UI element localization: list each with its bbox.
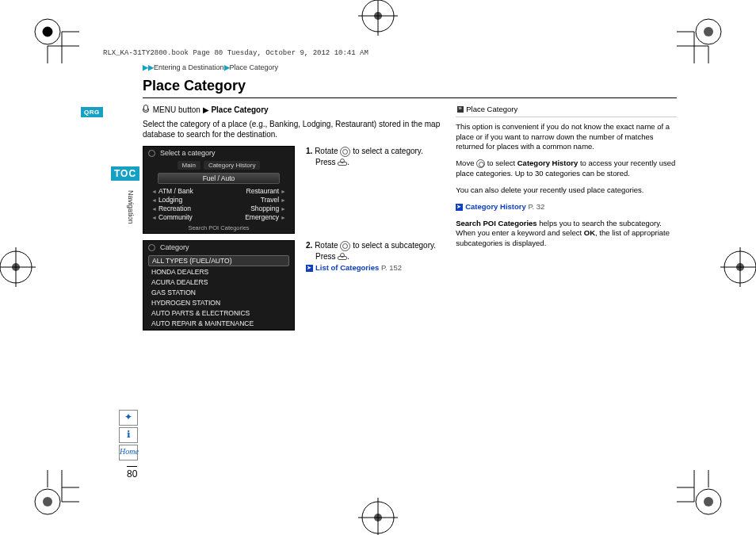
page-title: Place Category [143,78,677,98]
scr1-r2l: Recreation [151,204,219,212]
svg-point-1 [43,27,52,36]
step2-t2: to select a subcategory. [353,241,436,250]
right-p1: This option is convenient if you do not … [456,122,677,152]
scr2-item-5: AUTO PARTS & ELECTRONICS [148,308,289,318]
link-bullet-icon [306,265,313,272]
scr1-r0l: ATM / Bank [151,187,219,195]
crop-mark-bl [32,470,79,519]
screenshot-category-list: Category ALL TYPES (FUEL/AUTO) HONDA DEA… [143,240,295,331]
section-tab: Navigation [127,190,135,224]
intro-text: Select the category of a place (e.g., Ba… [143,119,441,139]
qrg-badge[interactable]: QRG [81,107,103,117]
page-number: 80 [127,466,137,480]
step2-press: Press [315,252,336,261]
scr1-r3l: Community [151,213,219,221]
scr1-selected: Fuel / Auto [158,173,280,184]
right-p2a: Move [456,159,474,167]
right-header: Place Category [456,105,677,117]
scr2-header: Category [160,243,189,251]
svg-point-25 [0,251,32,283]
reg-mark-right [720,247,756,289]
svg-point-13 [43,497,52,506]
svg-point-33 [362,0,394,32]
right-p4a: Search POI Categories [456,219,536,227]
scr2-item-3: GAS STATION [148,288,289,297]
right-p2bold: Category History [517,159,578,167]
note-icon [457,106,464,113]
breadcrumb-b: Place Category [230,63,279,71]
voice-icon[interactable]: ✦ [119,410,138,426]
scr1-r1r: Travel [219,196,286,204]
move-dial-icon [476,159,485,168]
svg-point-20 [704,497,713,506]
toc-badge[interactable]: TOC [111,166,139,181]
breadcrumb-a: Entering a Destination [154,63,224,71]
screenshot-select-category: Select a category Main Category History … [143,146,295,234]
scr1-r3r: Emergency [219,213,286,221]
step1-t2: to select a category. [353,147,423,155]
scr1-r1l: Lodging [151,196,219,204]
menu-path: MENU button ▶ Place Category [143,105,441,114]
scr1-r2r: Shopping [219,204,286,212]
crop-mark-tr [677,16,724,65]
link-bullet-icon [456,204,463,211]
scr1-header: Select a category [160,149,216,157]
right-p3: You can also delete your recently used p… [456,185,677,196]
right-p4: Search POI Categories helps you to searc… [456,219,677,249]
breadcrumb: ▶▶Entering a Destination▶Place Category [143,63,677,71]
svg-point-12 [35,489,60,514]
rotate-dial-icon [340,241,350,251]
right-p2: Move to select Category History to acces… [456,159,677,179]
right-header-text: Place Category [466,105,517,113]
press-icon [338,159,347,166]
scr2-item-2: ACURA DEALERS [148,277,289,287]
right-link-page: P. 32 [528,202,544,211]
scr1-r0r: Restaurant [219,187,286,195]
step1-num: 1. [306,147,312,155]
menu-prefix: MENU button [153,105,200,114]
svg-point-37 [362,502,394,533]
scr1-tab-main: Main [178,161,200,170]
right-p2b: to select [487,159,515,167]
home-icon[interactable]: Home [119,445,138,460]
crop-mark-tl [32,16,79,65]
svg-point-34 [374,12,382,20]
scr2-item-0: ALL TYPES (FUEL/AUTO) [148,255,289,266]
scr1-footer: Search POI Categories [143,223,294,233]
svg-point-29 [724,251,756,283]
mic-icon [143,105,149,114]
book-header: RLX_KA-31TY2800.book Page 80 Tuesday, Oc… [103,49,368,57]
right-p4bold: OK [584,228,595,237]
svg-point-38 [374,514,382,522]
svg-point-0 [35,19,60,44]
svg-point-7 [704,27,713,36]
reg-mark-bottom [358,498,398,535]
step2-t1: Rotate [315,241,338,250]
step2-link-page: P. 152 [381,263,402,272]
press-icon [338,253,347,261]
svg-point-6 [696,19,721,44]
back-icon [148,150,155,157]
svg-point-30 [736,263,744,271]
category-history-link[interactable]: Category History P. 32 [456,202,677,212]
scr2-item-6: AUTO REPAIR & MAINTENANCE [148,319,289,328]
step2-text: 2. Rotate to select a subcategory. Press… [306,240,441,331]
list-of-categories-link[interactable]: List of Categories P. 152 [306,263,441,273]
scr2-item-1: HONDA DEALERS [148,267,289,277]
step1-press: Press [315,158,336,166]
rotate-dial-icon [340,147,350,157]
back-icon [148,244,155,251]
info-icon[interactable]: ℹ [119,427,138,443]
step2-num: 2. [306,241,312,250]
svg-point-26 [12,263,20,271]
menu-target: Place Category [211,105,268,114]
scr2-item-4: HYDROGEN STATION [148,298,289,308]
crop-mark-br [677,470,724,519]
step1-text: 1. Rotate to select a category. Press . [306,146,441,234]
step1-t1: Rotate [315,147,338,155]
reg-mark-top [358,0,398,37]
reg-mark-left [0,247,36,289]
right-link-label: Category History [465,202,526,211]
scr1-tab-history: Category History [204,161,261,170]
step2-link-label: List of Categories [315,263,379,272]
